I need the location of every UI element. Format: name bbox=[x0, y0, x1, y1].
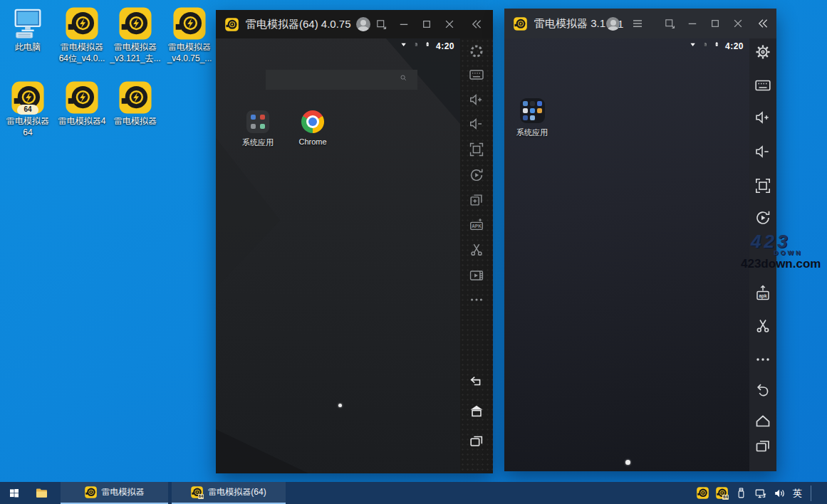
maximize-button[interactable] bbox=[704, 9, 727, 38]
desktop-icon-label-line2: 64位_v4.0... bbox=[56, 53, 108, 65]
android-recents-icon[interactable] bbox=[754, 438, 771, 455]
folder-icon bbox=[35, 486, 48, 500]
desktop-icon-ldplayer-v3121-installer[interactable]: 雷电模拟器_v3.121_去... bbox=[109, 7, 162, 64]
ldplayer-icon bbox=[119, 7, 152, 40]
volume-icon[interactable] bbox=[774, 487, 786, 499]
window-title: 雷电模拟器(64) 4.0.75 bbox=[246, 18, 351, 31]
this-pc-icon bbox=[11, 7, 44, 40]
fullscreen-icon[interactable] bbox=[754, 177, 771, 194]
fullscreen-icon[interactable] bbox=[469, 142, 484, 157]
settings-icon[interactable] bbox=[754, 43, 771, 61]
taskbar-button-label: 雷电模拟器 bbox=[102, 486, 145, 498]
volume-down-icon[interactable] bbox=[754, 143, 771, 160]
account-avatar[interactable] bbox=[606, 17, 620, 31]
app-label: 系统应用 bbox=[234, 137, 281, 148]
desktop-icon-ldplayer-64bit-installer[interactable]: 雷电模拟器64位_v4.0... bbox=[56, 7, 108, 64]
close-button[interactable] bbox=[438, 10, 461, 38]
file-explorer-button[interactable] bbox=[28, 482, 54, 504]
settings-icon[interactable] bbox=[469, 43, 484, 59]
resize-window-button[interactable] bbox=[658, 9, 681, 38]
more-options-icon[interactable] bbox=[469, 292, 484, 308]
ldplayer-64-badge: 64 bbox=[17, 105, 38, 115]
show-desktop-button[interactable] bbox=[818, 482, 821, 504]
account-avatar[interactable] bbox=[356, 17, 370, 31]
start-button[interactable] bbox=[0, 482, 28, 504]
app-system-apps[interactable]: 系统应用 bbox=[509, 98, 556, 138]
multi-instance-icon[interactable] bbox=[469, 192, 484, 208]
tray-separator bbox=[811, 485, 811, 501]
search-bar[interactable] bbox=[266, 70, 417, 90]
ldplayer-64-icon: 64 bbox=[191, 486, 203, 498]
operation-sync-icon[interactable] bbox=[469, 167, 484, 183]
page-indicator-dot bbox=[338, 404, 342, 407]
android-screen[interactable]: 4:20 系统应用 bbox=[504, 38, 749, 471]
virtual-keyboard-icon[interactable] bbox=[754, 77, 771, 94]
menu-hamburger-button[interactable] bbox=[626, 9, 649, 38]
usb-device-icon[interactable] bbox=[735, 487, 747, 499]
ldplayer-icon bbox=[173, 7, 206, 40]
ldplayer-icon bbox=[66, 81, 98, 114]
ime-language-indicator[interactable]: 英 bbox=[793, 487, 802, 500]
desktop-icon-ldplayer[interactable]: 雷电模拟器 bbox=[109, 81, 162, 127]
android-screen[interactable]: 4:20 系统应用 Chrome bbox=[216, 38, 460, 473]
more-options-icon[interactable] bbox=[754, 351, 771, 368]
background-shape bbox=[216, 406, 308, 473]
desktop-icon-label-line1: 雷电模拟器 bbox=[163, 42, 216, 53]
wifi-icon bbox=[400, 42, 411, 51]
desktop-icon-label: 雷电模拟器4 bbox=[56, 116, 108, 127]
collapse-sidebar-button[interactable] bbox=[460, 10, 493, 38]
resize-window-button[interactable] bbox=[370, 10, 393, 38]
install-apk-icon[interactable] bbox=[469, 217, 484, 233]
system-apps-folder-icon bbox=[246, 110, 269, 133]
desktop-icon-label-line1: 雷电模拟器 bbox=[1, 116, 54, 127]
background-shape bbox=[216, 138, 280, 288]
volume-up-icon[interactable] bbox=[754, 109, 771, 126]
app-chrome[interactable]: Chrome bbox=[289, 110, 336, 146]
minimize-button[interactable] bbox=[681, 9, 704, 38]
taskbar-button-ldplayer[interactable]: 雷电模拟器 bbox=[61, 482, 168, 504]
taskbar-button-ldplayer-64[interactable]: 64 雷电模拟器(64) bbox=[172, 482, 286, 504]
android-back-icon[interactable] bbox=[754, 382, 771, 399]
volume-down-icon[interactable] bbox=[469, 116, 484, 132]
taskbar-button-label: 雷电模拟器(64) bbox=[208, 486, 266, 498]
screenshot-scissors-icon[interactable] bbox=[469, 242, 484, 258]
desktop-icon-ldplayer-4[interactable]: 雷电模拟器4 bbox=[56, 81, 108, 127]
desktop-icon-label-line2: _v3.121_去... bbox=[109, 53, 162, 65]
collapse-sidebar-button[interactable] bbox=[749, 9, 776, 38]
titlebar: 雷电模拟器(64) 4.0.75 bbox=[216, 10, 493, 38]
system-tray: 64 英 bbox=[697, 482, 827, 504]
watermark-logo-subtext: DOWN bbox=[774, 249, 827, 256]
status-time: 4:20 bbox=[436, 41, 454, 51]
volume-up-icon[interactable] bbox=[469, 92, 484, 107]
tray-ldplayer-icon[interactable] bbox=[697, 487, 709, 499]
minimize-button[interactable] bbox=[392, 10, 415, 38]
screen-record-icon[interactable] bbox=[469, 268, 484, 283]
chrome-icon bbox=[301, 110, 324, 133]
tray-ldplayer-64-icon[interactable]: 64 bbox=[716, 487, 728, 499]
desktop-icon-label: 此电脑 bbox=[1, 42, 54, 53]
install-apk-icon[interactable] bbox=[754, 285, 771, 302]
status-time: 4:20 bbox=[725, 41, 744, 51]
search-icon bbox=[400, 74, 411, 85]
android-home-icon[interactable] bbox=[469, 404, 484, 419]
android-home-icon[interactable] bbox=[754, 413, 771, 430]
screenshot-scissors-icon[interactable] bbox=[754, 317, 771, 335]
virtual-keyboard-icon[interactable] bbox=[469, 67, 484, 83]
operation-sync-icon[interactable] bbox=[754, 209, 771, 226]
close-button[interactable] bbox=[727, 9, 749, 38]
app-system-apps[interactable]: 系统应用 bbox=[234, 110, 281, 148]
ldplayer-logo-icon bbox=[225, 18, 239, 31]
desktop-icon-this-pc[interactable]: 此电脑 bbox=[1, 7, 54, 53]
android-back-icon[interactable] bbox=[469, 374, 484, 390]
titlebar: 雷电模拟器 3.1 1 bbox=[504, 9, 776, 38]
battery-charging-icon bbox=[425, 41, 433, 51]
ldplayer-logo-icon bbox=[514, 17, 527, 31]
desktop-icon-label-line1: 雷电模拟器 bbox=[109, 42, 162, 53]
desktop-icon-ldplayer-v4075-installer[interactable]: 雷电模拟器_v4.0.75_... bbox=[163, 7, 216, 64]
network-icon[interactable] bbox=[754, 487, 766, 499]
android-recents-icon[interactable] bbox=[469, 434, 484, 449]
desktop-icon-label: 雷电模拟器 bbox=[109, 116, 162, 127]
toolbar-sidebar bbox=[749, 38, 776, 471]
maximize-button[interactable] bbox=[415, 10, 438, 38]
desktop-icon-ldplayer-64[interactable]: 64 雷电模拟器64 bbox=[1, 81, 54, 138]
